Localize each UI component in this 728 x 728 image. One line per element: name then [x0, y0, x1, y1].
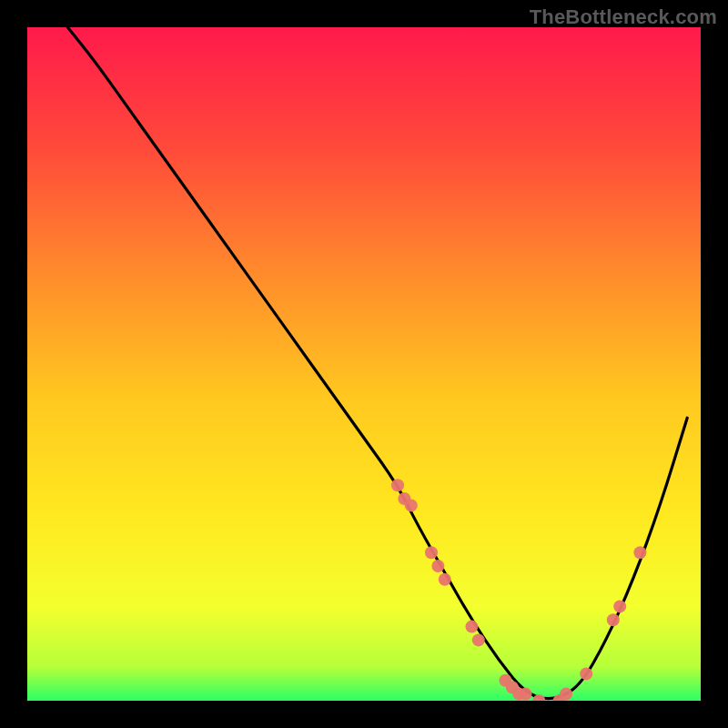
highlight-point — [425, 546, 438, 559]
highlight-point — [520, 688, 532, 701]
highlight-point — [607, 613, 620, 626]
highlight-point — [431, 560, 444, 572]
highlight-point — [560, 688, 572, 701]
chart-frame: TheBottleneck.com — [0, 0, 728, 728]
highlight-point — [405, 499, 418, 511]
highlight-point — [580, 667, 592, 680]
highlight-point — [633, 546, 646, 559]
gradient-background — [27, 27, 701, 701]
highlight-point — [391, 479, 404, 491]
highlight-point — [439, 573, 451, 586]
highlight-point — [613, 600, 626, 612]
highlight-point — [465, 621, 478, 633]
plot-area — [27, 27, 701, 701]
chart-svg — [27, 27, 701, 701]
highlight-point — [472, 633, 485, 646]
watermark-label: TheBottleneck.com — [530, 5, 717, 29]
